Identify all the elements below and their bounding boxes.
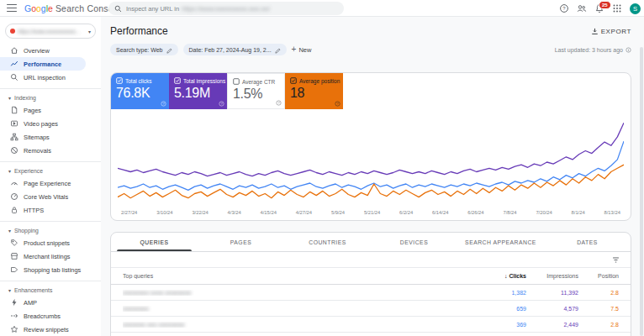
metric-tile-average-ctr[interactable]: Average CTR1.5%?: [227, 73, 285, 109]
google-wordmark: Google: [24, 3, 53, 13]
filter-icon[interactable]: [612, 256, 620, 264]
x-axis-tick-label: 8/1/24: [572, 210, 585, 215]
removals-icon: [10, 146, 18, 155]
property-url-redacted: https://www.eeeeeeeeee...: [18, 29, 86, 34]
property-selector[interactable]: https://www.eeeeeeeeee... ▾: [5, 24, 96, 39]
page-icon: [10, 106, 18, 114]
clicks-value: 369: [454, 322, 526, 328]
info-icon[interactable]: ?: [276, 100, 282, 106]
sidebar-item-performance[interactable]: Performance: [0, 57, 86, 71]
x-axis-tick-label: 2/27/24: [121, 210, 137, 215]
table-header-row: Top queries ↓Clicks Impressions Position: [111, 268, 631, 285]
sidebar-section-enhancements[interactable]: ▾Enhancements: [0, 285, 101, 296]
metric-value: 76.8K: [116, 86, 169, 101]
menu-icon[interactable]: [7, 4, 17, 12]
sidebar-item-removals[interactable]: Removals: [0, 144, 86, 157]
info-icon[interactable]: ?: [335, 101, 340, 107]
performance-icon: [10, 60, 18, 68]
sidebar-item-review-snippets[interactable]: Review snippets: [0, 323, 86, 336]
date-range-filter-chip[interactable]: Date: Feb 27, 2024-Aug 19, 2...: [183, 44, 287, 55]
tab-pages[interactable]: PAGES: [198, 233, 284, 251]
impressions-value: 2,449: [526, 322, 578, 328]
table-row[interactable]: eeeeeeee eeee eeeeeeee1,38211,3922.8: [111, 285, 631, 301]
column-header-position[interactable]: Position: [578, 273, 619, 279]
sidebar-item-label: Performance: [24, 60, 61, 68]
metric-tile-total-clicks[interactable]: Total clicks76.8K?: [111, 73, 169, 109]
snippet-icon: [10, 239, 18, 247]
clicks-value: 659: [454, 306, 526, 312]
tab-countries[interactable]: COUNTRIES: [284, 233, 371, 251]
info-icon[interactable]: ?: [219, 101, 224, 107]
checked-checkbox-icon: [116, 77, 123, 84]
apps-grid-icon[interactable]: [612, 3, 622, 13]
sidebar-section-label: Experience: [14, 168, 43, 174]
svg-text:?: ?: [220, 102, 222, 106]
sidebar-section-indexing[interactable]: ▾Indexing: [0, 92, 101, 103]
sitemap-icon: [10, 133, 18, 141]
tab-search-appearance[interactable]: SEARCH APPEARANCE: [457, 233, 544, 251]
sidebar-item-core-web-vitals[interactable]: Core Web Vitals: [0, 190, 86, 203]
sidebar-item-amp[interactable]: AMP: [0, 296, 86, 309]
info-icon[interactable]: ?: [161, 101, 166, 107]
search-type-filter-chip[interactable]: Search type: Web: [110, 44, 178, 55]
impressions-value: 11,392: [526, 290, 578, 296]
table-row[interactable]: eeeeeee eee eeeeeeee3692,4492.8: [111, 317, 631, 333]
export-button[interactable]: EXPORT: [591, 28, 631, 35]
sidebar-item-url-inspection[interactable]: URL inspection: [0, 71, 86, 84]
sidebar-section-experience[interactable]: ▾Experience: [0, 165, 101, 176]
sidebar-item-product-snippets[interactable]: Product snippets: [0, 236, 86, 249]
tab-devices[interactable]: DEVICES: [371, 233, 457, 251]
account-avatar[interactable]: S: [630, 3, 641, 14]
home-icon: [10, 46, 18, 55]
performance-line-chart[interactable]: [111, 109, 631, 208]
performance-chart-card: Total clicks76.8K?Total impressions5.19M…: [110, 72, 631, 221]
notifications-bell-icon[interactable]: 25: [594, 3, 604, 13]
sidebar-item-breadcrumbs[interactable]: Breadcrumbs: [0, 309, 86, 323]
sidebar-item-pages[interactable]: Pages: [0, 103, 86, 117]
sidebar-item-video-pages[interactable]: Video pages: [0, 117, 86, 130]
sidebar-item-label: Video pages: [24, 120, 58, 128]
metric-value: 5.19M: [174, 86, 227, 101]
edit-pencil-icon: [166, 42, 172, 57]
vertical-scrollbar[interactable]: [640, 47, 643, 336]
sidebar-item-overview[interactable]: Overview: [0, 44, 86, 57]
sidebar: https://www.eeeeeeeeee... ▾ OverviewPerf…: [0, 17, 101, 336]
property-favicon: [10, 29, 15, 34]
sidebar-item-label: Review snippets: [24, 326, 69, 333]
metric-tile-total-impressions[interactable]: Total impressions5.19M?: [169, 73, 227, 109]
users-icon[interactable]: [577, 3, 587, 13]
chevron-down-icon: ▾: [8, 95, 11, 101]
table-row[interactable]: eeeeeeee6594,5797.5: [111, 301, 631, 317]
store-icon: [10, 252, 18, 260]
sidebar-item-label: Removals: [24, 147, 51, 155]
x-axis-tick-label: 8/13/24: [604, 210, 620, 215]
sidebar-item-shopping-tab-listings[interactable]: Shopping tab listings: [0, 263, 86, 276]
top-app-bar: Google Search Console Inspect any URL in…: [0, 0, 644, 17]
sidebar-item-https[interactable]: HTTPS: [0, 203, 86, 217]
sidebar-section-shopping[interactable]: ▾Shopping: [0, 225, 101, 236]
sidebar-item-label: Page Experience: [24, 180, 71, 187]
tab-label: DEVICES: [400, 239, 428, 245]
tab-label: QUERIES: [140, 239, 168, 245]
sidebar-item-merchant-listings[interactable]: Merchant listings: [0, 249, 86, 263]
url-inspect-search-input[interactable]: Inspect any URL in https://www.eeeeeeeee…: [108, 2, 344, 15]
new-filter-button[interactable]: +New: [292, 45, 312, 54]
notification-count-badge: 25: [599, 1, 611, 9]
metric-tile-average-position[interactable]: Average position18?: [285, 73, 343, 109]
sidebar-item-page-experience[interactable]: Page Experience: [0, 176, 86, 190]
column-header-top-queries[interactable]: Top queries: [123, 273, 454, 279]
sidebar-item-label: URL inspection: [24, 74, 66, 81]
sidebar-item-sitemaps[interactable]: Sitemaps: [0, 130, 86, 144]
x-axis-tick-label: 4/27/24: [296, 210, 312, 215]
tab-queries[interactable]: QUERIES: [111, 233, 198, 251]
checked-checkbox-icon: [174, 77, 181, 84]
checked-checkbox-icon: [290, 77, 297, 84]
help-icon[interactable]: ?: [559, 3, 569, 13]
x-axis-tick-label: 6/26/24: [467, 210, 483, 215]
column-header-impressions[interactable]: Impressions: [526, 273, 578, 279]
tab-label: DATES: [577, 239, 598, 245]
search-placeholder-text: Inspect any URL in: [126, 5, 179, 13]
tab-dates[interactable]: DATES: [544, 233, 631, 251]
google-logo[interactable]: Google Search Console: [24, 3, 120, 13]
column-header-clicks[interactable]: ↓Clicks: [454, 273, 526, 279]
